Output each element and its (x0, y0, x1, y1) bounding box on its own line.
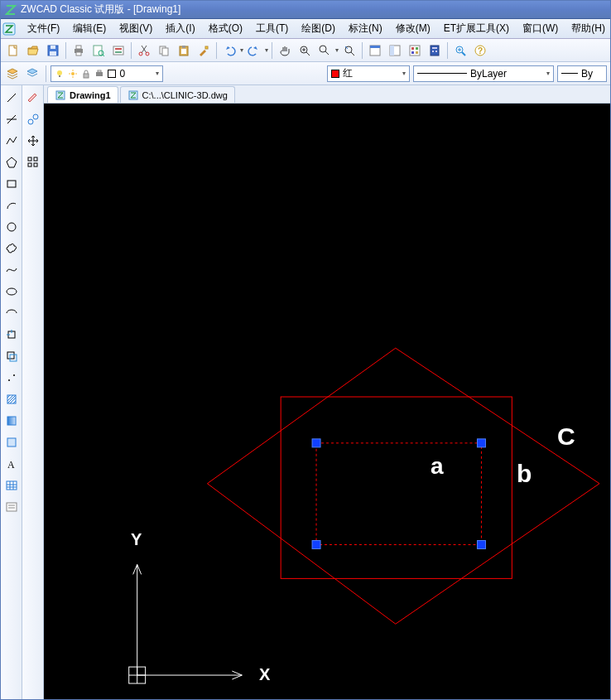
svg-point-66 (7, 223, 16, 231)
hatch-tool[interactable] (2, 390, 21, 408)
layer-name: 0 (119, 68, 125, 80)
erase-tool[interactable] (24, 89, 42, 107)
menu-tools[interactable]: 工具(T) (249, 20, 295, 37)
svg-rect-87 (7, 503, 17, 511)
svg-point-53 (71, 72, 75, 75)
document-tab-active[interactable]: Drawing1 (47, 86, 118, 103)
svg-line-31 (351, 52, 354, 56)
save-button[interactable] (44, 41, 62, 60)
svg-rect-11 (113, 46, 123, 55)
table-tool[interactable] (2, 476, 21, 495)
zoom-previous-button[interactable] (340, 41, 358, 60)
design-center-button[interactable] (386, 41, 404, 60)
menu-format[interactable]: 格式(O) (202, 20, 249, 37)
svg-rect-38 (416, 47, 418, 50)
svg-rect-41 (431, 46, 439, 56)
svg-rect-65 (7, 181, 16, 187)
redo-button[interactable] (245, 41, 263, 60)
arc-tool[interactable] (2, 196, 21, 215)
ellipse-arc-tool[interactable] (2, 304, 21, 322)
copy-button[interactable] (155, 41, 173, 60)
zoom-dropdown[interactable]: ▾ (335, 46, 339, 54)
svg-rect-4 (50, 51, 56, 56)
document-tab[interactable]: C:\...\CLINIC-3D.dwg (120, 86, 235, 103)
rectangle-tool[interactable] (2, 175, 21, 193)
zoom-window-button[interactable] (315, 41, 334, 60)
svg-rect-69 (7, 352, 14, 359)
linetype-label: ByLayer (470, 68, 507, 80)
insert-block-tool[interactable] (2, 326, 21, 344)
copy-tool[interactable] (24, 110, 42, 128)
pan-button[interactable] (276, 41, 294, 60)
toolbar-separator (362, 42, 363, 59)
open-button[interactable] (24, 41, 42, 60)
layer-dropdown[interactable]: 0 ▾ (51, 65, 163, 82)
svg-rect-35 (390, 46, 394, 56)
color-dropdown[interactable]: 红 ▾ (327, 65, 410, 82)
menu-dim[interactable]: 标注(N) (342, 20, 389, 37)
svg-rect-19 (162, 48, 168, 56)
toolbar-separator (46, 65, 46, 82)
svg-rect-60 (98, 70, 101, 72)
region-tool[interactable] (2, 433, 21, 451)
menu-view[interactable]: 视图(V) (113, 20, 159, 37)
svg-rect-104 (477, 439, 485, 447)
make-block-tool[interactable] (2, 347, 21, 365)
point-tool[interactable] (2, 369, 21, 387)
ucs-y-label: Y (131, 530, 142, 549)
new-button[interactable] (4, 41, 22, 60)
text-tool[interactable]: A (2, 455, 21, 473)
menu-edit[interactable]: 编辑(E) (66, 20, 113, 37)
print-preview-button[interactable] (89, 41, 108, 60)
menu-help[interactable]: 帮助(H) (565, 20, 611, 37)
undo-button[interactable] (220, 41, 238, 60)
toolbar-separator (216, 42, 217, 59)
publish-button[interactable] (109, 41, 127, 60)
polyline-tool[interactable] (2, 132, 21, 150)
ellipse-tool[interactable] (2, 282, 21, 301)
chevron-down-icon: ▾ (546, 70, 550, 77)
chevron-down-icon: ▾ (156, 70, 159, 77)
calculator-button[interactable] (426, 41, 444, 60)
construction-line-tool[interactable] (2, 110, 21, 128)
match-prop-button[interactable] (195, 41, 213, 60)
print-button[interactable] (70, 41, 88, 60)
properties-button[interactable] (366, 41, 384, 60)
svg-rect-59 (96, 72, 103, 76)
annotation-c: C (557, 422, 575, 451)
array-tool[interactable] (24, 153, 42, 171)
menu-file[interactable]: 文件(F) (21, 20, 66, 37)
gradient-tool[interactable] (2, 412, 21, 430)
revcloud-tool[interactable] (2, 239, 21, 258)
spline-tool[interactable] (2, 261, 21, 279)
polygon-tool[interactable] (2, 153, 21, 171)
zoom-extents-button[interactable] (451, 41, 469, 60)
tool-palette-button[interactable] (406, 41, 424, 60)
line-tool[interactable] (2, 89, 21, 107)
canvas-graphics (44, 104, 610, 699)
undo-dropdown[interactable]: ▾ (240, 46, 243, 54)
paste-button[interactable] (175, 41, 193, 60)
drawing-canvas[interactable]: X Y a b C (44, 104, 610, 699)
svg-rect-52 (59, 75, 60, 77)
menu-window[interactable]: 窗口(W) (516, 20, 565, 37)
help-button[interactable]: ? (471, 41, 489, 60)
layer-states-button[interactable] (24, 65, 41, 83)
menu-draw[interactable]: 绘图(D) (295, 20, 342, 37)
move-tool[interactable] (24, 132, 42, 150)
circle-tool[interactable] (2, 218, 21, 236)
menu-modify[interactable]: 修改(M) (389, 20, 437, 37)
svg-rect-21 (182, 46, 185, 48)
menu-insert[interactable]: 插入(I) (159, 20, 201, 37)
menu-ext[interactable]: ET扩展工具(X) (437, 20, 516, 37)
svg-text:?: ? (478, 46, 483, 56)
mtext-tool[interactable] (2, 498, 21, 516)
zoom-realtime-button[interactable] (296, 41, 314, 60)
svg-point-72 (13, 374, 15, 376)
lineweight-dropdown[interactable]: By (557, 65, 607, 82)
linetype-dropdown[interactable]: ByLayer ▾ (413, 65, 554, 82)
layer-manager-button[interactable] (4, 65, 21, 83)
cut-button[interactable] (135, 41, 153, 60)
redo-dropdown[interactable]: ▾ (265, 46, 268, 54)
svg-marker-101 (207, 348, 599, 624)
